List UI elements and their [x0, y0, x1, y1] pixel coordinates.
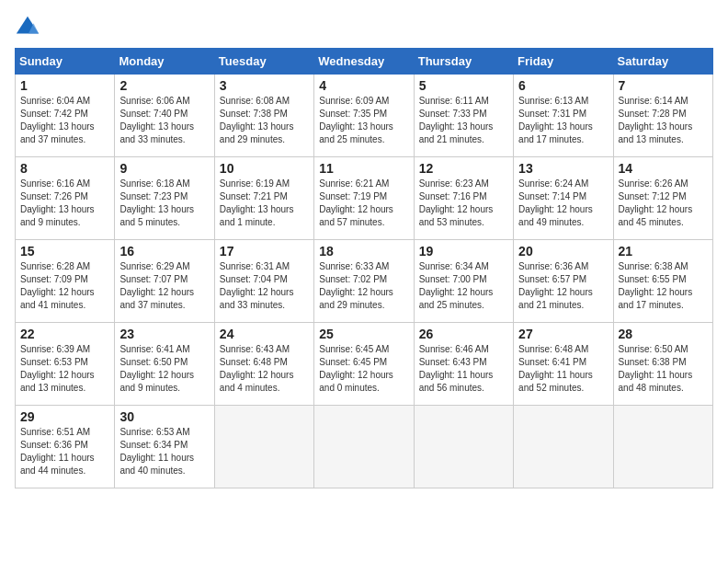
- day-info: Sunrise: 6:23 AMSunset: 7:16 PMDaylight:…: [419, 178, 508, 229]
- day-number: 1: [20, 78, 109, 93]
- column-header-sunday: Sunday: [16, 49, 115, 75]
- day-number: 21: [619, 244, 708, 259]
- day-number: 2: [119, 78, 209, 93]
- day-number: 8: [20, 161, 109, 176]
- calendar-cell: 1Sunrise: 6:04 AMSunset: 7:42 PMDaylight…: [16, 75, 115, 157]
- day-info: Sunrise: 6:45 AMSunset: 6:45 PMDaylight:…: [319, 343, 408, 395]
- calendar-cell: 7Sunrise: 6:14 AMSunset: 7:28 PMDaylight…: [613, 75, 712, 157]
- day-info: Sunrise: 6:31 AMSunset: 7:04 PMDaylight:…: [220, 260, 309, 312]
- column-header-tuesday: Tuesday: [214, 49, 313, 75]
- day-number: 30: [119, 409, 209, 424]
- logo-icon: [15, 15, 40, 40]
- day-info: Sunrise: 6:04 AMSunset: 7:42 PMDaylight:…: [20, 95, 109, 146]
- day-info: Sunrise: 6:11 AMSunset: 7:33 PMDaylight:…: [419, 95, 508, 146]
- calendar-cell: 22Sunrise: 6:39 AMSunset: 6:53 PMDayligh…: [16, 323, 115, 406]
- calendar-cell: 3Sunrise: 6:08 AMSunset: 7:38 PMDaylight…: [214, 75, 313, 157]
- calendar-cell: 24Sunrise: 6:43 AMSunset: 6:48 PMDayligh…: [214, 323, 313, 406]
- day-info: Sunrise: 6:18 AMSunset: 7:23 PMDaylight:…: [119, 178, 209, 229]
- day-number: 17: [220, 244, 309, 259]
- calendar-cell: 18Sunrise: 6:33 AMSunset: 7:02 PMDayligh…: [314, 240, 414, 323]
- day-info: Sunrise: 6:51 AMSunset: 6:36 PMDaylight:…: [20, 426, 109, 477]
- day-number: 12: [419, 161, 508, 176]
- calendar-cell: [514, 406, 613, 488]
- day-number: 24: [220, 327, 309, 341]
- column-header-wednesday: Wednesday: [314, 49, 414, 75]
- calendar-cell: 17Sunrise: 6:31 AMSunset: 7:04 PMDayligh…: [214, 240, 313, 323]
- day-info: Sunrise: 6:21 AMSunset: 7:19 PMDaylight:…: [319, 178, 408, 229]
- day-info: Sunrise: 6:41 AMSunset: 6:50 PMDaylight:…: [119, 343, 209, 395]
- calendar-cell: 12Sunrise: 6:23 AMSunset: 7:16 PMDayligh…: [414, 157, 513, 240]
- day-number: 19: [419, 244, 508, 259]
- day-info: Sunrise: 6:38 AMSunset: 6:55 PMDaylight:…: [619, 260, 708, 312]
- page-header: [15, 15, 713, 40]
- day-number: 15: [20, 244, 109, 259]
- day-info: Sunrise: 6:34 AMSunset: 7:00 PMDaylight:…: [419, 260, 508, 312]
- calendar-cell: 15Sunrise: 6:28 AMSunset: 7:09 PMDayligh…: [16, 240, 115, 323]
- day-number: 14: [619, 161, 708, 176]
- day-number: 16: [119, 244, 209, 259]
- day-info: Sunrise: 6:33 AMSunset: 7:02 PMDaylight:…: [319, 260, 408, 312]
- day-number: 28: [619, 327, 708, 341]
- calendar-cell: 25Sunrise: 6:45 AMSunset: 6:45 PMDayligh…: [314, 323, 414, 406]
- day-info: Sunrise: 6:43 AMSunset: 6:48 PMDaylight:…: [220, 343, 309, 395]
- calendar-cell: 23Sunrise: 6:41 AMSunset: 6:50 PMDayligh…: [115, 323, 214, 406]
- day-number: 22: [20, 327, 109, 341]
- calendar-cell: 9Sunrise: 6:18 AMSunset: 7:23 PMDaylight…: [115, 157, 214, 240]
- calendar-cell: [613, 406, 712, 488]
- calendar-cell: 21Sunrise: 6:38 AMSunset: 6:55 PMDayligh…: [613, 240, 712, 323]
- day-info: Sunrise: 6:26 AMSunset: 7:12 PMDaylight:…: [619, 178, 708, 229]
- day-number: 4: [319, 78, 408, 93]
- calendar-cell: 5Sunrise: 6:11 AMSunset: 7:33 PMDaylight…: [414, 75, 513, 157]
- day-info: Sunrise: 6:09 AMSunset: 7:35 PMDaylight:…: [319, 95, 408, 146]
- day-info: Sunrise: 6:29 AMSunset: 7:07 PMDaylight:…: [119, 260, 209, 312]
- day-number: 13: [518, 161, 608, 176]
- day-info: Sunrise: 6:08 AMSunset: 7:38 PMDaylight:…: [220, 95, 309, 146]
- calendar-cell: 11Sunrise: 6:21 AMSunset: 7:19 PMDayligh…: [314, 157, 414, 240]
- calendar-cell: 8Sunrise: 6:16 AMSunset: 7:26 PMDaylight…: [16, 157, 115, 240]
- day-info: Sunrise: 6:50 AMSunset: 6:38 PMDaylight:…: [619, 343, 708, 395]
- calendar-week-row: 15Sunrise: 6:28 AMSunset: 7:09 PMDayligh…: [16, 240, 713, 323]
- calendar-cell: [214, 406, 313, 488]
- calendar-week-row: 22Sunrise: 6:39 AMSunset: 6:53 PMDayligh…: [16, 323, 713, 406]
- calendar-cell: 16Sunrise: 6:29 AMSunset: 7:07 PMDayligh…: [115, 240, 214, 323]
- calendar-week-row: 1Sunrise: 6:04 AMSunset: 7:42 PMDaylight…: [16, 75, 713, 157]
- day-number: 6: [518, 78, 608, 93]
- day-number: 10: [220, 161, 309, 176]
- day-info: Sunrise: 6:36 AMSunset: 6:57 PMDaylight:…: [518, 260, 608, 312]
- day-number: 20: [518, 244, 608, 259]
- calendar-cell: [414, 406, 513, 488]
- calendar-cell: 10Sunrise: 6:19 AMSunset: 7:21 PMDayligh…: [214, 157, 313, 240]
- calendar-cell: 6Sunrise: 6:13 AMSunset: 7:31 PMDaylight…: [514, 75, 613, 157]
- day-info: Sunrise: 6:46 AMSunset: 6:43 PMDaylight:…: [419, 343, 508, 395]
- calendar-cell: 4Sunrise: 6:09 AMSunset: 7:35 PMDaylight…: [314, 75, 414, 157]
- day-number: 7: [619, 78, 708, 93]
- calendar-cell: 19Sunrise: 6:34 AMSunset: 7:00 PMDayligh…: [414, 240, 513, 323]
- day-info: Sunrise: 6:16 AMSunset: 7:26 PMDaylight:…: [20, 178, 109, 229]
- column-header-friday: Friday: [514, 49, 613, 75]
- day-number: 23: [119, 327, 209, 341]
- day-number: 27: [518, 327, 608, 341]
- calendar-header-row: SundayMondayTuesdayWednesdayThursdayFrid…: [16, 49, 713, 75]
- calendar-cell: 26Sunrise: 6:46 AMSunset: 6:43 PMDayligh…: [414, 323, 513, 406]
- calendar-cell: 29Sunrise: 6:51 AMSunset: 6:36 PMDayligh…: [16, 406, 115, 488]
- day-number: 9: [119, 161, 209, 176]
- calendar-cell: 27Sunrise: 6:48 AMSunset: 6:41 PMDayligh…: [514, 323, 613, 406]
- day-number: 29: [20, 409, 109, 424]
- column-header-monday: Monday: [115, 49, 214, 75]
- calendar-cell: 30Sunrise: 6:53 AMSunset: 6:34 PMDayligh…: [115, 406, 214, 488]
- day-number: 5: [419, 78, 508, 93]
- day-info: Sunrise: 6:24 AMSunset: 7:14 PMDaylight:…: [518, 178, 608, 229]
- calendar-cell: 13Sunrise: 6:24 AMSunset: 7:14 PMDayligh…: [514, 157, 613, 240]
- calendar-cell: 20Sunrise: 6:36 AMSunset: 6:57 PMDayligh…: [514, 240, 613, 323]
- column-header-thursday: Thursday: [414, 49, 513, 75]
- column-header-saturday: Saturday: [613, 49, 712, 75]
- calendar-table: SundayMondayTuesdayWednesdayThursdayFrid…: [15, 48, 713, 488]
- day-number: 3: [220, 78, 309, 93]
- day-number: 11: [319, 161, 408, 176]
- calendar-cell: 14Sunrise: 6:26 AMSunset: 7:12 PMDayligh…: [613, 157, 712, 240]
- day-number: 25: [319, 327, 408, 341]
- day-info: Sunrise: 6:39 AMSunset: 6:53 PMDaylight:…: [20, 343, 109, 395]
- logo: [15, 15, 44, 40]
- day-info: Sunrise: 6:28 AMSunset: 7:09 PMDaylight:…: [20, 260, 109, 312]
- day-info: Sunrise: 6:14 AMSunset: 7:28 PMDaylight:…: [619, 95, 708, 146]
